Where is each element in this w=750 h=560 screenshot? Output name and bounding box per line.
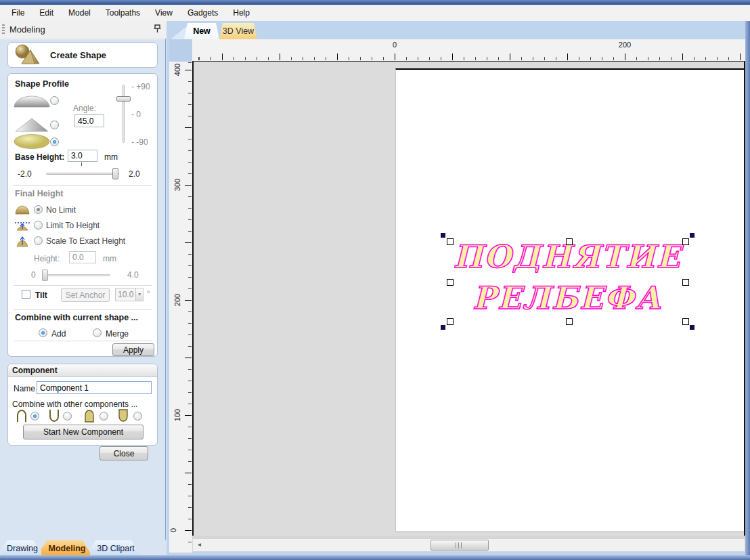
v-ruler-label: 100 xyxy=(173,409,181,421)
v-ruler-label: 300 xyxy=(173,179,181,191)
tilt-checkbox[interactable] xyxy=(22,290,30,299)
shape-profile-title: Shape Profile xyxy=(15,79,69,89)
angle-slider-max-label: - +90 xyxy=(131,82,150,91)
combine-add-radio[interactable] xyxy=(39,328,47,337)
start-new-component-button[interactable]: Start New Component xyxy=(23,425,144,439)
angle-input[interactable] xyxy=(74,114,104,127)
selection-outer-handle[interactable] xyxy=(441,233,445,238)
height-slider-thumb[interactable] xyxy=(42,270,48,281)
menu-toolpaths[interactable]: Toolpaths xyxy=(98,5,148,21)
ruler-corner xyxy=(169,39,192,62)
selection-handle-n[interactable] xyxy=(566,238,573,245)
scale-to-exact-height-label: Scale To Exact Height xyxy=(46,236,125,246)
create-shape-header: Create Shape xyxy=(7,42,158,68)
view-tab-bar: New 3D View xyxy=(167,21,745,39)
scroll-left-arrow-icon[interactable]: ◄ xyxy=(194,540,204,550)
combine-add-icon xyxy=(16,409,28,423)
modeling-panel: Modeling Create Shape Shape Profile xyxy=(0,21,167,555)
create-shape-title: Create Shape xyxy=(50,50,106,60)
menu-model[interactable]: Model xyxy=(61,5,98,21)
h-ruler-major-ticks xyxy=(192,53,745,60)
dropdown-arrow-icon[interactable]: ▼ xyxy=(135,288,143,301)
profile-cone-radio[interactable] xyxy=(50,121,59,129)
selection-handle-e[interactable] xyxy=(682,279,689,286)
base-height-slider-thumb[interactable] xyxy=(112,168,118,179)
artwork-text[interactable]: ПОДНЯТИЕ РЕЛБЕФА xyxy=(441,236,693,319)
base-height-slider-track[interactable] xyxy=(46,173,119,175)
artwork-line2: РЕЛБЕФА xyxy=(441,278,693,319)
scale-to-exact-height-icon xyxy=(15,235,30,247)
component-combine-merge-high-radio[interactable] xyxy=(100,412,108,421)
menu-help[interactable]: Help xyxy=(225,5,257,21)
horizontal-scrollbar[interactable]: ◄ xyxy=(192,538,745,552)
menu-view[interactable]: View xyxy=(148,5,180,21)
angle-slider-thumb[interactable] xyxy=(116,96,131,102)
tab-modeling[interactable]: Modeling xyxy=(41,540,93,557)
selection-handle-nw[interactable] xyxy=(447,238,454,245)
section-divider xyxy=(14,341,152,341)
component-combine-add-radio[interactable] xyxy=(30,412,39,421)
tab-3d-clipart[interactable]: 3D Clipart xyxy=(90,540,141,557)
no-limit-radio[interactable] xyxy=(34,205,43,214)
selection-outer-handle[interactable] xyxy=(441,325,445,330)
panel-header: Modeling xyxy=(0,21,167,39)
selection-handle-ne[interactable] xyxy=(682,238,689,245)
tab-drawing[interactable]: Drawing xyxy=(1,540,43,557)
close-button[interactable]: Close xyxy=(100,446,148,460)
profile-dome-radio[interactable] xyxy=(50,96,59,105)
height-label: Height: xyxy=(34,254,60,263)
height-unit: mm xyxy=(103,254,116,263)
limit-to-height-icon xyxy=(15,220,30,231)
tab-3d-view[interactable]: 3D View xyxy=(219,23,257,39)
apply-button[interactable]: Apply xyxy=(112,343,154,356)
combine-merge-radio[interactable] xyxy=(93,328,102,337)
height-slider-track[interactable] xyxy=(46,274,110,276)
shape-profile-box: Shape Profile Angle: - +90 - 0 - -90 Bas… xyxy=(7,73,158,357)
panel-title: Modeling xyxy=(9,24,45,35)
v-ruler-label: 0 xyxy=(169,528,177,532)
height-input[interactable] xyxy=(69,251,96,263)
limit-to-height-radio[interactable] xyxy=(34,221,43,230)
pin-icon[interactable] xyxy=(153,24,162,34)
v-ruler-label: 200 xyxy=(173,294,181,306)
vertical-ruler: 4003002001000 xyxy=(169,62,192,553)
scale-to-exact-height-radio[interactable] xyxy=(34,236,43,245)
horizontal-ruler: 0200 xyxy=(192,39,745,62)
component-combine-merge-low-radio[interactable] xyxy=(133,412,142,421)
base-height-input[interactable] xyxy=(68,150,97,162)
component-name-input[interactable] xyxy=(37,381,152,394)
profile-ellipse-radio[interactable] xyxy=(50,137,59,146)
panel-grip-handle[interactable] xyxy=(2,24,5,35)
tilt-label: Tilt xyxy=(35,290,47,300)
component-header: Component xyxy=(8,364,157,377)
selection-handle-sw[interactable] xyxy=(447,318,454,325)
set-anchor-button[interactable]: Set Anchor xyxy=(61,288,110,302)
selection-outer-handle[interactable] xyxy=(690,233,694,238)
angle-slider-track[interactable] xyxy=(123,85,125,143)
selection-handle-se[interactable] xyxy=(682,318,689,325)
final-height-title: Final Height xyxy=(15,189,64,198)
component-combine-label: Combine with other components ... xyxy=(12,400,137,409)
tab-new[interactable]: New xyxy=(184,23,219,39)
combine-subtract-icon xyxy=(48,409,60,423)
menu-gadgets[interactable]: Gadgets xyxy=(180,5,225,21)
angle-slider-mid-label: - 0 xyxy=(131,110,141,119)
component-name-label: Name xyxy=(14,384,35,393)
scrollbar-thumb[interactable] xyxy=(431,540,489,551)
menu-bar: File Edit Model Toolpaths View Gadgets H… xyxy=(0,5,750,21)
combine-shape-title: Combine with current shape ... xyxy=(15,313,138,322)
cone-profile-icon xyxy=(15,117,49,132)
selection-outer-handle[interactable] xyxy=(690,325,694,330)
selection-handle-s[interactable] xyxy=(566,318,573,325)
h-ruler-label: 200 xyxy=(619,41,631,49)
height-slider-min-label: 0 xyxy=(31,270,36,280)
menu-edit[interactable]: Edit xyxy=(32,5,61,21)
menu-file[interactable]: File xyxy=(4,5,32,21)
canvas-area: New 3D View 0200 4003002001000 ПОДНЯТИЕ … xyxy=(167,21,745,560)
drawing-viewport[interactable]: ПОДНЯТИЕ РЕЛБЕФА xyxy=(192,62,745,536)
selection-handle-w[interactable] xyxy=(447,279,454,286)
base-height-label: Base Height: xyxy=(15,152,64,162)
component-combine-subtract-radio[interactable] xyxy=(63,412,72,421)
tilt-angle-combo[interactable]: 10.0 ▼ xyxy=(115,288,144,301)
tilt-angle-value: 10.0 xyxy=(116,288,135,301)
